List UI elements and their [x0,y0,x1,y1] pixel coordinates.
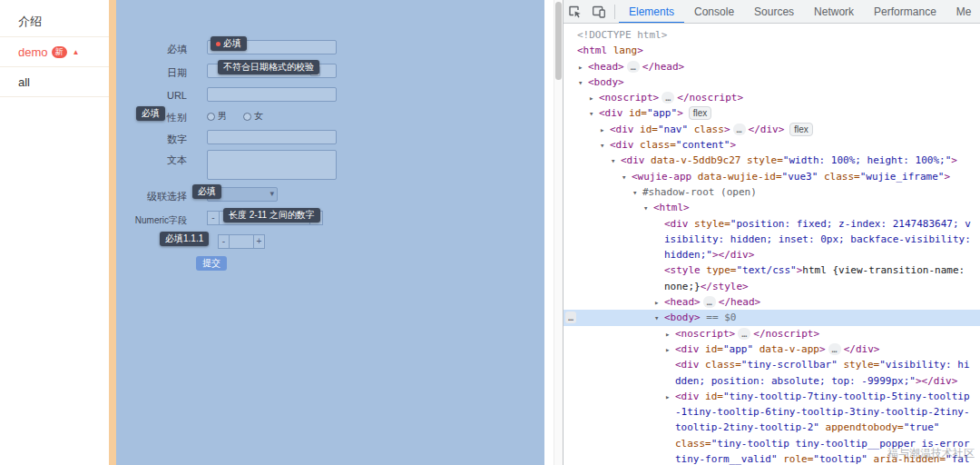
date-error-tooltip: 不符合日期格式的校验 [218,60,319,74]
dom-tree-line[interactable]: ▾#shadow-root (open) [564,184,980,200]
token-tag: </style> [701,281,749,292]
sidebar-menu: 介绍demo新▲all [0,7,109,97]
dom-tree-line[interactable]: ▸<div id="app" data-v-app>…</div> [564,341,980,357]
dom-tree-line[interactable]: <div class="tiny-scrollbar" style="visib… [564,357,980,372]
token-val: "vue3" [782,171,818,183]
token-badge[interactable]: flex [689,106,712,120]
dom-tree-line[interactable]: ▾<div data-v-5ddb9c27 style="width: 100%… [564,153,980,168]
page-scrollbar[interactable] [554,0,563,465]
dom-tree-line[interactable]: ▾<div id="app">flex [564,105,980,121]
token-attr: id= [700,343,724,355]
dom-tree-line[interactable]: ▾<wujie-app data-wujie-id="vue3" class="… [564,169,980,184]
collapse-arrow-icon[interactable]: ▾ [643,201,653,216]
expand-arrow-icon[interactable]: ▸ [589,91,599,106]
expand-arrow-icon[interactable]: ▸ [600,123,610,138]
dom-tree-line[interactable]: hidden;"></div> [564,247,980,262]
collapse-arrow-icon[interactable]: ▾ [578,75,588,91]
sidebar-item-demo[interactable]: demo新▲ [0,37,109,67]
tab-network[interactable]: Network [804,0,864,24]
dom-tree-line[interactable]: <!DOCTYPE html> [564,27,980,43]
collapse-arrow-icon[interactable]: ▾ [611,153,621,169]
token-attr: lang [607,45,637,56]
dom-tree-line[interactable]: <html lang> [564,43,980,58]
watermark: 福与潮温技术社区 [887,446,975,461]
token-attr: data-wujie-id= [691,171,781,183]
token-text: none;} [664,281,701,292]
radio-circle-icon [243,113,251,121]
dom-tree-line[interactable]: -1tiny-tooltip-6tiny-tooltip-3tiny-toolt… [564,404,980,420]
dom-tree-line[interactable]: ▸<div id="nav" class>…</div>flex [564,122,980,137]
token-attr: class [688,124,724,135]
token-val: dden; position: absolute; top: -9999px;" [675,375,916,387]
chevron-down-icon: ▾ [270,189,274,198]
submit-button[interactable]: 提交 [196,256,227,271]
dom-tree-line[interactable]: ▸<head>…</head> [564,294,980,310]
tab-sources[interactable]: Sources [744,0,804,24]
collapsed-children-icon[interactable]: … [828,343,841,355]
dom-tree-line[interactable]: ▾<body> [564,74,980,90]
dom-tree-line[interactable]: ▾<html> [564,200,980,215]
collapsed-children-icon[interactable]: … [662,92,674,104]
dom-tree-line[interactable]: ▸<head>…</head> [564,59,980,74]
token-val: "width: 100%; height: 100%;" [783,154,951,166]
token-tag: <html [577,45,607,56]
token-val: "app" [647,107,677,119]
expand-arrow-icon[interactable]: ▸ [654,295,664,311]
tab-me[interactable]: Me [946,0,980,24]
expand-arrow-icon[interactable]: ▸ [665,342,675,358]
collapsed-children-icon[interactable]: … [733,124,746,135]
dom-tree-line[interactable]: tooltip-2tiny-tooltip-2" appendtobody="t… [564,420,980,435]
token-val: tiny-form__valid" [675,453,778,465]
url-input[interactable] [207,87,337,102]
collapse-arrow-icon[interactable]: ▾ [654,311,664,326]
expand-arrow-icon[interactable]: ▸ [578,60,588,75]
nested-value-field[interactable] [229,234,254,249]
dom-tree-line[interactable]: dden; position: absolute; top: -9999px;"… [564,373,980,389]
scrollbar-thumb[interactable] [555,2,562,80]
collapsed-children-icon[interactable]: … [627,61,640,73]
dom-tree-line[interactable]: ▸<noscript>…</noscript> [564,326,980,341]
sidebar-item-all[interactable]: all [0,67,109,97]
token-val: "visibility: hi [879,359,969,371]
label-required: 必填 [116,43,198,56]
number-input[interactable] [207,130,337,144]
collapsed-children-icon[interactable]: … [738,328,750,340]
tab-console[interactable]: Console [684,0,744,24]
nested-increase-button[interactable]: + [253,234,265,249]
token-tag: </div> [844,343,880,355]
token-tag: > [819,343,826,355]
tab-elements[interactable]: Elements [619,0,684,24]
error-dot-icon [216,42,220,46]
dom-tree-line[interactable]: none;}</style> [564,279,980,294]
sidebar-item-介绍[interactable]: 介绍 [0,7,109,37]
expand-arrow-icon[interactable]: ▸ [665,327,675,342]
inspect-element-icon[interactable] [564,0,587,24]
token-tag: <wujie-app [632,171,691,183]
collapse-arrow-icon[interactable]: ▾ [589,106,599,122]
devtools-panel: ElementsConsoleSourcesNetworkPerformance… [563,0,980,465]
dom-tree-line[interactable]: ▾<div class="content"> [564,137,980,153]
token-attr: id= [634,124,659,135]
token-tag: <body> [588,76,624,88]
collapse-arrow-icon[interactable]: ▾ [622,170,632,185]
token-badge[interactable]: flex [789,123,813,136]
dom-tree-line[interactable]: ▸<div id="tiny-tooltip-7tiny-tooltip-5ti… [564,389,980,404]
collapse-arrow-icon[interactable]: ▾ [600,138,610,153]
expand-arrow-icon[interactable]: ▸ [665,390,675,405]
gender-radio-male[interactable]: 男 [207,110,227,123]
dom-tree-line[interactable]: ▸<noscript>…</noscript> [564,90,980,105]
dom-tree-line[interactable]: ▾<body> == $0… [564,310,980,325]
device-toolbar-icon[interactable] [587,0,611,24]
token-tag: > [677,107,683,119]
dom-tree-line[interactable]: isibility: hidden; inset: 0px; backface-… [564,232,980,247]
collapsed-children-icon[interactable]: … [703,296,716,308]
gender-radio-female[interactable]: 女 [243,110,263,123]
token-doctype: <!DOCTYPE html> [577,29,667,41]
dom-tree-line[interactable]: <style type="text/css">html {view-transi… [564,262,980,278]
numeric-decrease-button[interactable]: - [207,211,220,225]
text-textarea[interactable] [207,150,337,180]
line-overflow-menu-icon[interactable]: … [565,312,576,323]
tab-performance[interactable]: Performance [864,0,946,24]
collapse-arrow-icon[interactable]: ▾ [632,185,642,201]
dom-tree-line[interactable]: <div style="position: fixed; z-index: 21… [564,216,980,232]
